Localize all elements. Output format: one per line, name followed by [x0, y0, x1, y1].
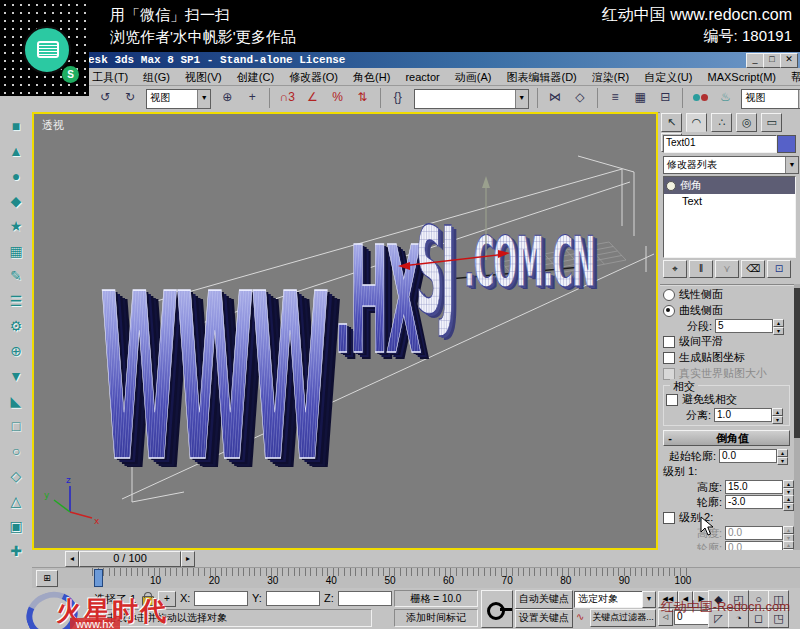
- x-input[interactable]: [194, 591, 248, 606]
- snap-toggle-icon[interactable]: ∩3: [277, 88, 297, 107]
- named-selection-sets-icon[interactable]: {}: [388, 88, 408, 107]
- left-tool-icon[interactable]: ★: [4, 215, 28, 237]
- object-name-input[interactable]: Text01: [663, 135, 777, 153]
- pin-stack-icon[interactable]: ⌖: [663, 260, 687, 278]
- prev-frame-button[interactable]: ◂: [65, 551, 79, 567]
- left-tool-icon[interactable]: ▣: [4, 515, 28, 537]
- time-slider-handle[interactable]: 0 / 100: [79, 551, 181, 567]
- curve-editor-icon[interactable]: ▦: [630, 88, 650, 107]
- zoom-extents-icon[interactable]: ◻: [748, 609, 769, 628]
- left-tool-icon[interactable]: ●: [4, 165, 28, 187]
- angle-snap-icon[interactable]: ∠: [302, 88, 322, 107]
- select-manipulate-icon[interactable]: +: [242, 88, 262, 107]
- left-tool-icon[interactable]: ✎: [4, 265, 28, 287]
- redo-icon[interactable]: ↻: [120, 88, 140, 107]
- level1-height-input[interactable]: 15.0: [725, 480, 783, 494]
- selection-set-dropdown[interactable]: ▼: [414, 89, 529, 109]
- menu-create[interactable]: 创建(C): [231, 68, 280, 85]
- menu-help[interactable]: 帮助(H): [785, 68, 800, 85]
- set-key-button[interactable]: 设置关键点: [515, 609, 573, 628]
- maximize-viewport-toggle-icon[interactable]: ◰: [728, 590, 749, 609]
- menu-tools[interactable]: 工具(T): [86, 68, 134, 85]
- material-editor-icon[interactable]: [690, 88, 710, 107]
- arc-rotate-icon[interactable]: ◔: [728, 609, 749, 628]
- use-pivot-center-icon[interactable]: ⊕: [217, 88, 237, 107]
- pan-view-icon[interactable]: ◆: [708, 590, 729, 609]
- current-frame-marker[interactable]: [94, 569, 103, 587]
- tab-hierarchy[interactable]: ∴: [711, 113, 732, 132]
- z-input[interactable]: [338, 591, 392, 606]
- object-color-swatch[interactable]: [777, 135, 796, 153]
- dropdown-arrow-icon[interactable]: ▼: [642, 591, 656, 608]
- level1-outline-spinner[interactable]: ▴▾: [783, 495, 794, 509]
- key-filters-button[interactable]: 关键点过滤器...: [590, 609, 656, 627]
- menu-group[interactable]: 组(G): [137, 68, 176, 85]
- left-tool-icon[interactable]: ■: [4, 115, 28, 137]
- next-frame-button[interactable]: ▸: [181, 551, 195, 567]
- configure-modifier-sets-icon[interactable]: ⊡: [767, 260, 791, 278]
- text3d-hx[interactable]: [334, 214, 429, 394]
- selection-lock-icon[interactable]: [142, 596, 154, 606]
- remove-modifier-icon[interactable]: ⌫: [741, 260, 765, 278]
- modifier-list-dropdown[interactable]: 修改器列表▼: [663, 156, 799, 174]
- panel-scrollbar-thumb[interactable]: [794, 288, 800, 438]
- add-time-tag[interactable]: 添加时间标记: [394, 609, 478, 627]
- left-tool-icon[interactable]: △: [4, 490, 28, 512]
- stack-item-bevel[interactable]: 倒角: [664, 177, 795, 194]
- set-keys-button[interactable]: [481, 590, 513, 628]
- lightbulb-icon[interactable]: [666, 181, 676, 191]
- show-end-result-icon[interactable]: ‖: [689, 260, 713, 278]
- bevel-values-rollout-header[interactable]: - 倒角值: [663, 430, 790, 446]
- level1-height-spinner[interactable]: ▴▾: [783, 480, 794, 494]
- start-outline-spinner[interactable]: ▴▾: [777, 449, 788, 463]
- percent-snap-icon[interactable]: %: [328, 88, 348, 107]
- stack-item-text[interactable]: Text: [664, 194, 795, 209]
- tab-motion[interactable]: ◎: [736, 113, 757, 132]
- menu-animation[interactable]: 动画(A): [449, 68, 498, 85]
- left-tool-icon[interactable]: □: [4, 415, 28, 437]
- undo-icon[interactable]: ↺: [95, 88, 115, 107]
- track-bar[interactable]: 010 2030 4050 6070 8090 100: [32, 568, 800, 589]
- level2-checkbox[interactable]: [663, 512, 675, 524]
- spinner-snap-icon[interactable]: ⇅: [353, 88, 373, 107]
- tab-modify[interactable]: ◠: [686, 113, 707, 132]
- start-outline-input[interactable]: 0.0: [719, 449, 777, 463]
- tab-display[interactable]: ▭: [761, 113, 782, 132]
- zoom-all-icon[interactable]: ◫: [768, 590, 789, 609]
- close-button[interactable]: ✕: [780, 53, 798, 68]
- left-tool-icon[interactable]: ○: [4, 440, 28, 462]
- restore-button[interactable]: □: [763, 53, 781, 68]
- go-to-start-icon[interactable]: ◀◀: [658, 591, 678, 608]
- absolute-offset-toggle-icon[interactable]: +: [158, 591, 176, 607]
- linear-sides-radio[interactable]: [663, 289, 675, 301]
- menu-graph-editors[interactable]: 图表编辑器(D): [500, 68, 582, 85]
- dropdown-arrow-icon[interactable]: ▼: [785, 157, 798, 173]
- keep-lines-from-crossing-checkbox[interactable]: [666, 394, 678, 406]
- collapse-icon[interactable]: -: [664, 432, 676, 444]
- dropdown-arrow-icon[interactable]: ▼: [197, 90, 210, 108]
- auto-key-button[interactable]: 自动关键点: [515, 590, 573, 609]
- key-mode-toggle-icon[interactable]: ◁: [658, 609, 673, 626]
- left-tool-icon[interactable]: ⚙: [4, 315, 28, 337]
- left-tool-icon[interactable]: ▦: [4, 240, 28, 262]
- text3d-sj[interactable]: [416, 201, 458, 344]
- generate-mapping-coords-checkbox[interactable]: [663, 352, 675, 364]
- menu-character[interactable]: 角色(H): [347, 68, 396, 85]
- segments-input[interactable]: 5: [715, 319, 773, 333]
- left-tool-icon[interactable]: ▲: [4, 140, 28, 162]
- text3d-comcn[interactable]: [464, 222, 598, 306]
- menu-rendering[interactable]: 渲染(R): [586, 68, 635, 85]
- dropdown-arrow-icon[interactable]: ▼: [515, 90, 528, 108]
- tab-create[interactable]: ↖: [661, 113, 682, 132]
- panel-scrollbar[interactable]: [794, 284, 800, 590]
- mirror-icon[interactable]: ⋈: [545, 88, 565, 107]
- left-tool-icon[interactable]: ◆: [4, 190, 28, 212]
- y-input[interactable]: [266, 591, 320, 606]
- field-of-view-icon[interactable]: ◸: [708, 609, 729, 628]
- zoom-icon[interactable]: ○: [748, 590, 769, 609]
- perspective-viewport[interactable]: WWW .HX SJ .COM.CN: [32, 112, 658, 550]
- level1-outline-input[interactable]: -3.0: [725, 495, 783, 509]
- separation-input[interactable]: 1.0: [714, 408, 772, 422]
- curved-sides-radio[interactable]: [663, 305, 675, 317]
- text3d-www[interactable]: [100, 245, 340, 522]
